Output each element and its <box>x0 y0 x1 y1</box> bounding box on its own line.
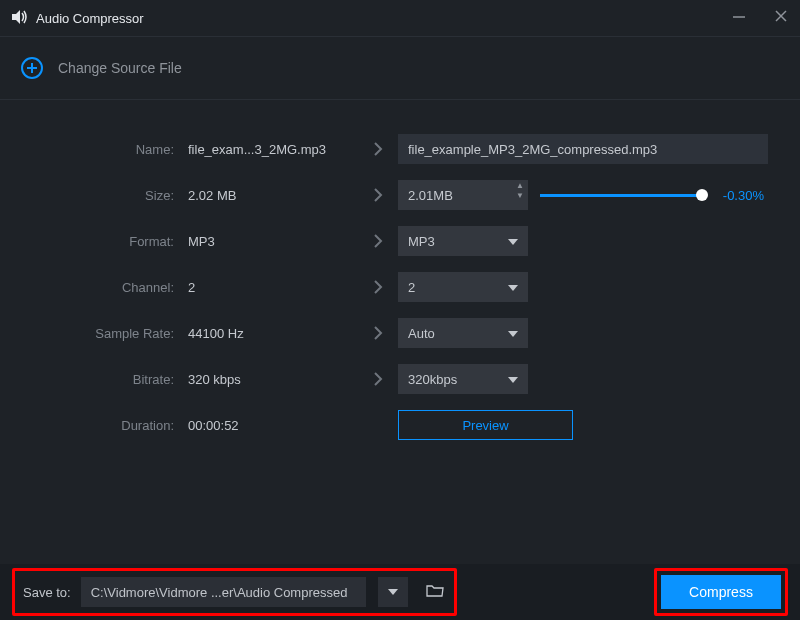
output-name-input[interactable] <box>398 134 768 164</box>
current-name: file_exam...3_2MG.mp3 <box>188 142 358 157</box>
svg-marker-11 <box>388 589 398 595</box>
chevron-right-icon <box>358 280 398 294</box>
app-logo: Audio Compressor <box>12 10 144 27</box>
label-channel: Channel: <box>28 280 188 295</box>
current-sample-rate: 44100 Hz <box>188 326 358 341</box>
chevron-down-icon <box>388 583 398 601</box>
close-button[interactable] <box>774 9 788 27</box>
chevron-right-icon <box>358 372 398 386</box>
saveto-label: Save to: <box>23 585 71 600</box>
label-bitrate: Bitrate: <box>28 372 188 387</box>
chevron-right-icon <box>358 188 398 202</box>
folder-open-icon <box>426 583 444 601</box>
current-duration: 00:00:52 <box>188 418 358 433</box>
compress-button-highlight: Compress <box>654 568 788 616</box>
saveto-path-value: C:\Vidmore\Vidmore ...er\Audio Compresse… <box>91 585 348 600</box>
row-duration: Duration: 00:00:52 Preview <box>28 402 772 448</box>
saveto-group-highlight: Save to: C:\Vidmore\Vidmore ...er\Audio … <box>12 568 457 616</box>
target-size-stepper[interactable]: 2.01MB ▲ ▼ <box>398 180 528 210</box>
sample-rate-value: Auto <box>408 326 435 341</box>
compress-button[interactable]: Compress <box>661 575 781 609</box>
label-sample-rate: Sample Rate: <box>28 326 188 341</box>
bitrate-dropdown[interactable]: 320kbps <box>398 364 528 394</box>
footer-bar: Save to: C:\Vidmore\Vidmore ...er\Audio … <box>0 564 800 620</box>
preview-button[interactable]: Preview <box>398 410 573 440</box>
chevron-down-icon <box>508 373 518 388</box>
row-bitrate: Bitrate: 320 kbps 320kbps <box>28 356 772 402</box>
row-sample-rate: Sample Rate: 44100 Hz Auto <box>28 310 772 356</box>
label-name: Name: <box>28 142 188 157</box>
speaker-icon <box>12 10 30 27</box>
chevron-right-icon <box>358 142 398 156</box>
sample-rate-dropdown[interactable]: Auto <box>398 318 528 348</box>
row-name: Name: file_exam...3_2MG.mp3 <box>28 126 772 172</box>
settings-panel: Name: file_exam...3_2MG.mp3 Size: 2.02 M… <box>0 100 800 448</box>
chevron-down-icon <box>508 235 518 250</box>
titlebar: Audio Compressor <box>0 0 800 36</box>
browse-folder-button[interactable] <box>424 581 446 603</box>
size-delta-percent: -0.30% <box>712 188 764 203</box>
size-slider[interactable] <box>540 194 702 197</box>
current-size: 2.02 MB <box>188 188 358 203</box>
svg-marker-9 <box>508 331 518 337</box>
target-size-value: 2.01MB <box>408 188 453 203</box>
saveto-path-display[interactable]: C:\Vidmore\Vidmore ...er\Audio Compresse… <box>81 577 366 607</box>
format-value: MP3 <box>408 234 435 249</box>
step-down-icon[interactable]: ▼ <box>516 192 524 200</box>
change-source-row[interactable]: Change Source File <box>0 37 800 99</box>
plus-circle-icon <box>20 56 44 80</box>
minimize-button[interactable] <box>732 9 746 27</box>
label-size: Size: <box>28 188 188 203</box>
chevron-down-icon <box>508 281 518 296</box>
row-size: Size: 2.02 MB 2.01MB ▲ ▼ -0.30% <box>28 172 772 218</box>
format-dropdown[interactable]: MP3 <box>398 226 528 256</box>
chevron-right-icon <box>358 326 398 340</box>
label-format: Format: <box>28 234 188 249</box>
saveto-dropdown-button[interactable] <box>378 577 408 607</box>
chevron-right-icon <box>358 234 398 248</box>
row-format: Format: MP3 MP3 <box>28 218 772 264</box>
channel-dropdown[interactable]: 2 <box>398 272 528 302</box>
current-bitrate: 320 kbps <box>188 372 358 387</box>
chevron-down-icon <box>508 327 518 342</box>
channel-value: 2 <box>408 280 415 295</box>
current-format: MP3 <box>188 234 358 249</box>
bitrate-value: 320kbps <box>408 372 457 387</box>
slider-knob[interactable] <box>696 189 708 201</box>
label-duration: Duration: <box>28 418 188 433</box>
app-title: Audio Compressor <box>36 11 144 26</box>
current-channel: 2 <box>188 280 358 295</box>
step-up-icon[interactable]: ▲ <box>516 182 524 190</box>
svg-marker-8 <box>508 285 518 291</box>
svg-marker-0 <box>12 10 20 24</box>
svg-marker-7 <box>508 239 518 245</box>
svg-marker-10 <box>508 377 518 383</box>
change-source-label: Change Source File <box>58 60 182 76</box>
row-channel: Channel: 2 2 <box>28 264 772 310</box>
